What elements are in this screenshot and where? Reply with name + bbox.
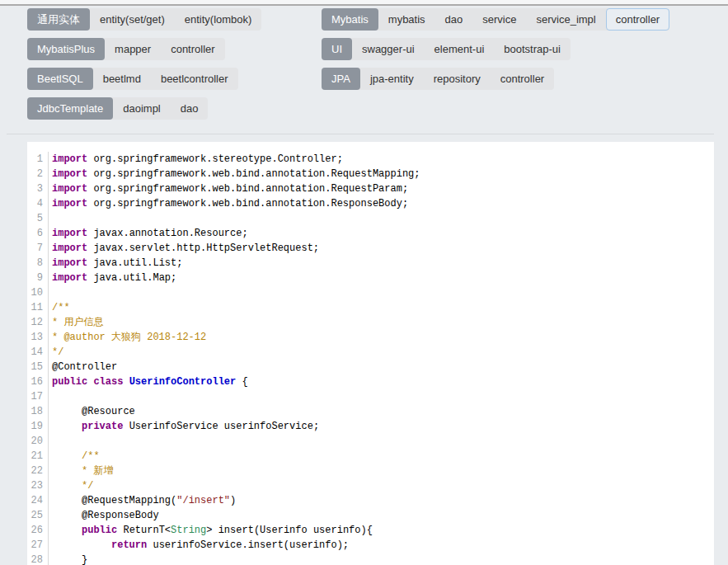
code-text: * @author 大狼狗 2018-12-12 (49, 330, 206, 345)
code-token: import (52, 257, 87, 269)
code-text: * 用户信息 (49, 315, 103, 330)
code-text: */ (49, 345, 63, 360)
line-number: 7 (27, 241, 49, 256)
template-button-jpa-jpa-entity[interactable]: jpa-entity (360, 68, 424, 90)
code-token: * @author 大狼狗 2018-12-12 (52, 332, 206, 343)
code-text: * 新增 (49, 464, 113, 478)
code-text: return userinfoService.insert(userinfo); (49, 538, 349, 553)
toolbar-separator (7, 134, 714, 134)
line-number: 2 (27, 167, 49, 181)
line-number: 28 (27, 553, 49, 565)
line-number: 15 (27, 360, 49, 374)
code-line: 2import org.springframework.web.bind.ann… (27, 167, 714, 181)
line-number: 9 (27, 271, 49, 285)
line-number: 25 (27, 508, 49, 523)
line-number: 6 (27, 226, 49, 241)
code-line: 11/** (27, 300, 714, 315)
code-token: String (171, 525, 206, 536)
template-button-ui-bootstrap-ui[interactable]: bootstrap-ui (494, 38, 571, 60)
code-token: import (52, 242, 87, 254)
template-button-ui-element-ui[interactable]: element-ui (425, 38, 495, 60)
code-line: 19 private UserinfoService userinfoServi… (27, 419, 714, 434)
code-token: */ (52, 346, 63, 358)
button-group-mybatisplus: MybatisPlusmappercontroller (27, 38, 225, 60)
template-button-jpa-controller[interactable]: controller (491, 68, 554, 90)
template-button-jdbctemplate-daoimpl[interactable]: daoimpl (113, 97, 171, 120)
template-button-jdbctemplate-dao[interactable]: dao (171, 97, 209, 120)
template-button-mybatisplus-controller[interactable]: controller (161, 38, 224, 60)
template-button-mybatis-mybatis[interactable]: mybatis (378, 8, 435, 31)
line-number: 1 (27, 152, 49, 167)
code-token: } (52, 554, 87, 565)
code-text: */ (49, 478, 93, 493)
line-number: 12 (27, 315, 49, 330)
line-number: 23 (27, 478, 49, 493)
code-line: 6import javax.annotation.Resource; (27, 226, 714, 241)
group-label-jdbctemplate: JdbcTemplate (27, 97, 113, 120)
code-line: 15@Controller (27, 360, 714, 374)
code-text: import java.util.List; (49, 256, 182, 271)
group-label-jpa: JPA (322, 68, 360, 90)
code-token: import (52, 198, 87, 210)
template-button-mybatisplus-mapper[interactable]: mapper (105, 38, 161, 60)
group-items-mybatisplus: mappercontroller (101, 38, 225, 60)
code-line: 22 * 新增 (27, 464, 714, 478)
group-label-ui: UI (322, 38, 352, 60)
code-token: { (236, 376, 247, 388)
code-text: } (49, 553, 87, 565)
line-number: 27 (27, 538, 49, 553)
code-text: /** (49, 449, 100, 464)
code-text: @ResponseBody (49, 508, 159, 523)
button-group-jpa: JPAjpa-entityrepositorycontroller (322, 68, 554, 90)
template-button-mybatis-service[interactable]: service (472, 8, 526, 31)
template-button-jpa-repository[interactable]: repository (424, 68, 491, 90)
code-token: > insert(Userinfo userinfo){ (206, 525, 373, 536)
code-token: userinfoService.insert(userinfo); (147, 539, 349, 551)
code-token: /** (52, 450, 100, 462)
code-token: /** (52, 302, 70, 313)
line-number: 21 (27, 449, 49, 464)
code-line: 1import org.springframework.stereotype.C… (27, 152, 714, 167)
template-button-mybatis-dao[interactable]: dao (435, 8, 473, 31)
code-text: import javax.servlet.http.HttpServletReq… (49, 241, 319, 256)
code-text: public class UserinfoController { (49, 374, 248, 389)
code-token (123, 376, 129, 388)
code-token: * 用户信息 (52, 317, 103, 328)
code-line: 13* @author 大狼狗 2018-12-12 (27, 330, 714, 345)
group-items-beetlsql: beetlmdbeetlcontroller (90, 68, 238, 90)
code-token: return (111, 539, 147, 551)
toolbar-left-column: 通用实体entity(set/get)entity(lombok)Mybatis… (27, 8, 322, 127)
line-number: 18 (27, 404, 49, 419)
code-text: private UserinfoService userinfoService; (49, 419, 319, 434)
top-strip (0, 0, 728, 6)
template-button-mybatis-controller[interactable]: controller (606, 8, 669, 31)
template-button-beetlsql-beetlcontroller[interactable]: beetlcontroller (151, 68, 238, 90)
code-line: 26 public ReturnT<String> insert(Userinf… (27, 523, 714, 538)
code-token: javax.servlet.http.HttpServletRequest; (87, 242, 319, 254)
code-line: 25 @ResponseBody (27, 508, 714, 523)
code-token: * 新增 (52, 465, 113, 477)
template-toolbar: 通用实体entity(set/get)entity(lombok)Mybatis… (0, 6, 728, 127)
code-token: UserinfoService userinfoService; (123, 421, 319, 432)
code-text: import org.springframework.web.bind.anno… (49, 196, 408, 211)
code-token: import (52, 153, 87, 165)
code-text: import org.springframework.stereotype.Co… (49, 152, 343, 167)
code-token (52, 539, 111, 551)
toolbar-right-column: Mybatismybatisdaoserviceservice_implcont… (322, 8, 728, 127)
code-text (49, 211, 52, 226)
code-token: import (52, 183, 87, 195)
group-label-mybatisplus: MybatisPlus (27, 38, 105, 60)
template-button-item-entity-set-get[interactable]: entity(set/get) (90, 8, 175, 31)
code-line: 27 return userinfoService.insert(userinf… (27, 538, 714, 553)
code-token (52, 525, 82, 536)
code-token: @Resource (52, 406, 135, 417)
line-number: 4 (27, 196, 49, 211)
template-button-item-entity-lombok[interactable]: entity(lombok) (175, 8, 262, 31)
button-group-jdbctemplate: JdbcTemplatedaoimpldao (27, 97, 208, 120)
template-button-mybatis-service-impl[interactable]: service_impl (526, 8, 605, 31)
code-token: */ (52, 480, 93, 492)
group-label-beetlsql: BeetlSQL (27, 68, 93, 90)
template-button-ui-swagger-ui[interactable]: swagger-ui (352, 38, 425, 60)
code-token: org.springframework.web.bind.annotation.… (87, 168, 420, 180)
template-button-beetlsql-beetlmd[interactable]: beetlmd (93, 68, 151, 90)
